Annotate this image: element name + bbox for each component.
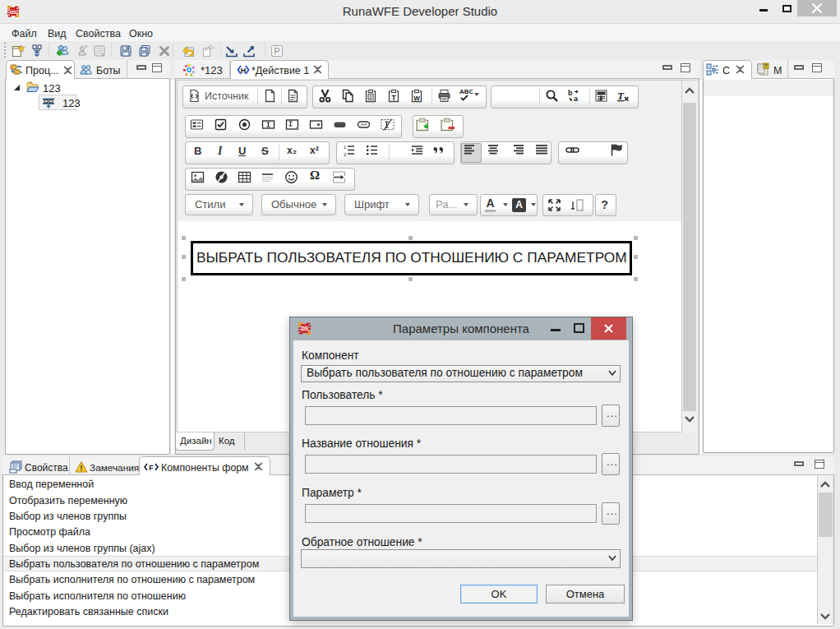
svg-text:P: P [274, 46, 279, 56]
svg-text:W: W [413, 95, 420, 102]
svg-text:T: T [391, 94, 396, 102]
svg-text:b: b [568, 89, 573, 97]
svg-text:H: H [241, 67, 247, 75]
svg-text:1: 1 [344, 145, 347, 150]
svg-text:2: 2 [344, 152, 347, 157]
svg-text:F: F [149, 464, 154, 472]
svg-text:a: a [574, 95, 579, 103]
svg-text:T: T [617, 90, 625, 102]
svg-text:ABC: ABC [459, 88, 473, 95]
